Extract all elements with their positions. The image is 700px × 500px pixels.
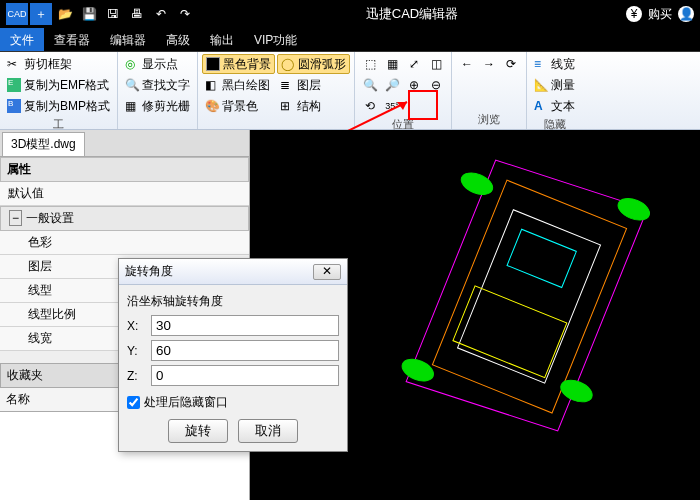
general-group[interactable]: −一般设置 — [0, 206, 249, 231]
ribbon: ✂剪切框架 E复制为EMF格式 B复制为BMP格式 工 ◎显示点 🔍查找文字 ▦… — [0, 52, 700, 130]
doc-tab[interactable]: 3D模型.dwg — [2, 132, 85, 156]
rotate-dialog: 旋转角度 ✕ 沿坐标轴旋转角度 X: Y: Z: 处理后隐藏窗口 旋转 取消 — [118, 258, 348, 452]
angle-btn[interactable]: 35° — [381, 96, 403, 116]
coin-icon[interactable]: ¥ — [626, 6, 642, 22]
bw-icon: ◧ — [205, 78, 219, 92]
black-bg[interactable]: 黑色背景 — [202, 54, 275, 74]
bw-draw[interactable]: ◧黑白绘图 — [202, 75, 275, 95]
palette-icon: 🎨 — [205, 99, 219, 113]
bg-color[interactable]: 🎨背景色 — [202, 96, 275, 116]
pos-btn-6[interactable]: 🔎 — [381, 75, 403, 95]
pos-btn-5[interactable]: 🔍 — [359, 75, 381, 95]
defaults-row[interactable]: 默认值 — [0, 182, 249, 206]
col-name[interactable]: 名称 — [0, 388, 125, 411]
menu-vip[interactable]: VIP功能 — [244, 28, 307, 51]
bmp-icon: B — [7, 99, 21, 113]
dialog-legend: 沿坐标轴旋转角度 — [127, 293, 339, 310]
show-points[interactable]: ◎显示点 — [122, 54, 193, 74]
save-icon[interactable]: 💾 — [78, 3, 100, 25]
copy-bmp[interactable]: B复制为BMP格式 — [4, 96, 113, 116]
find-text[interactable]: 🔍查找文字 — [122, 75, 193, 95]
props-header[interactable]: 属性 — [0, 157, 249, 182]
smooth-arc[interactable]: ◯圆滑弧形 — [277, 54, 350, 74]
user-icon[interactable]: 👤 — [678, 6, 694, 22]
x-label: X: — [127, 319, 151, 333]
pos-btn-2[interactable]: ▦ — [381, 54, 403, 74]
nav-refresh[interactable]: ⟳ — [500, 54, 522, 74]
z-input[interactable] — [151, 365, 339, 386]
hide-checkbox[interactable] — [127, 396, 140, 409]
layers[interactable]: ≣图层 — [277, 75, 350, 95]
copy-emf[interactable]: E复制为EMF格式 — [4, 75, 113, 95]
app-icon[interactable]: CAD — [6, 3, 28, 25]
hide-label: 处理后隐藏窗口 — [144, 394, 228, 411]
rotate-button[interactable]: 旋转 — [168, 419, 228, 443]
point-icon: ◎ — [125, 57, 139, 71]
pos-btn-7[interactable]: ⊕ — [403, 75, 425, 95]
y-label: Y: — [127, 344, 151, 358]
app-title: 迅捷CAD编辑器 — [198, 5, 626, 23]
rotate-btn[interactable]: ⟲ — [359, 96, 381, 116]
y-input[interactable] — [151, 340, 339, 361]
trim-raster[interactable]: ▦修剪光栅 — [122, 96, 193, 116]
dialog-title: 旋转角度 — [125, 263, 313, 280]
pos-btn-3[interactable]: ⤢ — [403, 54, 425, 74]
redo-icon[interactable]: ↷ — [174, 3, 196, 25]
tree-icon: ⊞ — [280, 99, 294, 113]
title-bar: CAD ＋ 📂 💾 🖫 🖶 ↶ ↷ 迅捷CAD编辑器 ¥ 购买 👤 — [0, 0, 700, 28]
layers-icon: ≣ — [280, 78, 294, 92]
cancel-button[interactable]: 取消 — [238, 419, 298, 443]
x-input[interactable] — [151, 315, 339, 336]
nav-right[interactable]: → — [478, 54, 500, 74]
linewidth[interactable]: ≡线宽 — [531, 54, 578, 74]
trim-icon: ▦ — [125, 99, 139, 113]
buy-link[interactable]: 购买 — [648, 6, 672, 23]
dialog-titlebar[interactable]: 旋转角度 ✕ — [119, 259, 347, 285]
scissors-icon: ✂ — [7, 57, 21, 71]
text-tool[interactable]: A文本 — [531, 96, 578, 116]
new-icon[interactable]: ＋ — [30, 3, 52, 25]
pos-btn-1[interactable]: ⬚ — [359, 54, 381, 74]
pos-btn-8[interactable]: ⊖ — [425, 75, 447, 95]
saveas-icon[interactable]: 🖫 — [102, 3, 124, 25]
linewidth-icon: ≡ — [534, 57, 548, 71]
bg-icon — [206, 57, 220, 71]
z-label: Z: — [127, 369, 151, 383]
emf-icon: E — [7, 78, 21, 92]
menu-editor[interactable]: 编辑器 — [100, 28, 156, 51]
model-wireframe — [367, 130, 700, 500]
prop-color[interactable]: 色彩 — [0, 231, 249, 255]
measure[interactable]: 📐测量 — [531, 75, 578, 95]
menu-advanced[interactable]: 高级 — [156, 28, 200, 51]
arc-icon: ◯ — [281, 57, 295, 71]
open-icon[interactable]: 📂 — [54, 3, 76, 25]
menu-output[interactable]: 输出 — [200, 28, 244, 51]
structure[interactable]: ⊞结构 — [277, 96, 350, 116]
doc-tabs: 3D模型.dwg — [0, 130, 249, 157]
close-icon[interactable]: ✕ — [313, 264, 341, 280]
search-icon: 🔍 — [125, 78, 139, 92]
menu-file[interactable]: 文件 — [0, 28, 44, 51]
undo-icon[interactable]: ↶ — [150, 3, 172, 25]
ruler-icon: 📐 — [534, 78, 548, 92]
clip-frame[interactable]: ✂剪切框架 — [4, 54, 113, 74]
text-icon: A — [534, 99, 548, 113]
group-label-browse: 浏览 — [456, 111, 522, 127]
main-area: 3D模型.dwg 属性 默认值 −一般设置 色彩 图层 线型 线型比例 线宽 收… — [0, 130, 700, 500]
print-icon[interactable]: 🖶 — [126, 3, 148, 25]
nav-left[interactable]: ← — [456, 54, 478, 74]
menu-bar: 文件 查看器 编辑器 高级 输出 VIP功能 — [0, 28, 700, 52]
pos-btn-4[interactable]: ◫ — [425, 54, 447, 74]
menu-viewer[interactable]: 查看器 — [44, 28, 100, 51]
